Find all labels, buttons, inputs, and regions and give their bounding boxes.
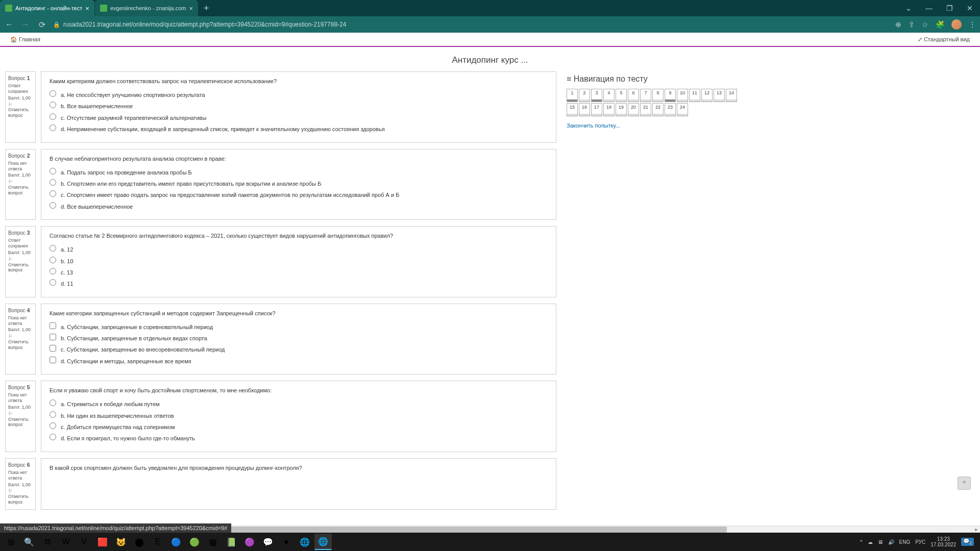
answer-option[interactable]: d. Если я проиграл, то нужно было где-то… (50, 434, 548, 442)
nav-cell-8[interactable]: 8 (652, 89, 664, 102)
answer-option[interactable]: d. 11 (50, 279, 548, 288)
tray-chevron-icon[interactable]: ^ (860, 539, 863, 545)
taskbar-app-9[interactable]: 🔵 (167, 534, 185, 550)
taskbar-app-5[interactable]: 🟥 (94, 534, 111, 550)
taskbar-app-7[interactable]: ⬤ (131, 534, 148, 550)
taskbar-app-11[interactable]: ▦ (204, 534, 222, 550)
answer-input[interactable] (50, 190, 56, 197)
browser-tab-1[interactable]: evgeniirechenko - znanija.com× (95, 0, 198, 16)
answer-option[interactable]: b. Ни один из вышеперечисленных ответов (50, 411, 548, 420)
answer-input[interactable] (50, 357, 56, 363)
flag-question-link[interactable]: Отметить вопрос (8, 179, 33, 195)
answer-option[interactable]: c. Отсутствие разумной терапевтической а… (50, 113, 548, 122)
finish-attempt-link[interactable]: Закончить попытку... (567, 122, 740, 129)
answer-input[interactable] (50, 268, 56, 274)
flag-question-link[interactable]: Отметить вопрос (8, 411, 33, 428)
answer-option[interactable]: d. Субстанции и методы, запрещенные все … (50, 357, 548, 365)
answer-option[interactable]: c. Спортсмен имеет право подать запрос н… (50, 190, 548, 199)
taskbar-app-1[interactable]: 🔍 (20, 534, 38, 550)
nav-cell-11[interactable]: 11 (689, 89, 700, 102)
scroll-right-arrow[interactable]: ► (973, 526, 980, 533)
answer-input[interactable] (50, 102, 56, 108)
nav-cell-20[interactable]: 20 (628, 103, 639, 116)
tray-volume-icon[interactable]: 🔊 (888, 539, 894, 545)
home-link[interactable]: Главная (10, 36, 40, 43)
tray-lang2[interactable]: РУС (915, 539, 925, 545)
answer-option[interactable]: a. Подать запрос на проведение анализа п… (50, 168, 548, 177)
taskbar-app-8[interactable]: E (149, 534, 166, 550)
scroll-to-top-button[interactable]: ^ (958, 477, 971, 490)
flag-question-link[interactable]: Отметить вопрос (8, 257, 33, 273)
nav-cell-12[interactable]: 12 (701, 89, 713, 102)
flag-question-link[interactable]: Отметить вопрос (8, 334, 33, 350)
answer-option[interactable]: d. Неприменение субстанции, входящей в з… (50, 124, 548, 133)
reload-button[interactable]: ⟳ (37, 20, 47, 30)
nav-cell-16[interactable]: 16 (579, 103, 590, 116)
taskbar-app-10[interactable]: 🟢 (186, 534, 203, 550)
chevron-down-icon[interactable]: ⌄ (898, 0, 919, 16)
nav-cell-7[interactable]: 7 (640, 89, 651, 102)
taskbar-app-16[interactable]: 🌐 (296, 534, 313, 550)
answer-input[interactable] (50, 322, 56, 329)
nav-cell-19[interactable]: 19 (616, 103, 627, 116)
tray-network-icon[interactable]: 🖥 (878, 539, 883, 545)
extensions-icon[interactable]: 🧩 (936, 20, 944, 29)
tray-lang1[interactable]: ENG (899, 539, 911, 545)
back-button[interactable]: ← (4, 20, 14, 29)
profile-avatar[interactable] (951, 19, 962, 30)
standard-view-link[interactable]: Стандартный вид (918, 36, 970, 43)
answer-option[interactable]: a. Стремиться к победе любым путем (50, 399, 548, 408)
answer-option[interactable]: b. Субстанции, запрещенные в отдельных в… (50, 334, 548, 342)
nav-cell-22[interactable]: 22 (652, 103, 664, 116)
share-icon[interactable]: ⇪ (909, 20, 915, 29)
answer-option[interactable]: b. 10 (50, 257, 548, 265)
answer-input[interactable] (50, 179, 56, 186)
nav-cell-9[interactable]: 9 (665, 89, 676, 102)
tray-clock[interactable]: 13:2317.03.2022 (930, 536, 956, 547)
nav-cell-3[interactable]: 3 (591, 89, 602, 102)
nav-cell-13[interactable]: 13 (714, 89, 725, 102)
nav-cell-2[interactable]: 2 (579, 89, 590, 102)
answer-option[interactable]: a. 12 (50, 245, 548, 254)
flag-question-link[interactable]: Отметить вопрос (8, 102, 33, 118)
answer-input[interactable] (50, 257, 56, 263)
taskbar-app-3[interactable]: W (57, 534, 75, 550)
taskbar-app-12[interactable]: 📗 (223, 534, 240, 550)
forward-button[interactable]: → (20, 20, 31, 29)
answer-input[interactable] (50, 113, 56, 120)
minimize-button[interactable]: — (919, 0, 939, 16)
answer-input[interactable] (50, 399, 56, 406)
browser-tab-0[interactable]: Антидопинг - онлайн-тест× (0, 0, 94, 16)
nav-cell-17[interactable]: 17 (591, 103, 602, 116)
url-field[interactable]: 🔒 rusada2021.triagonal.net/online/mod/qu… (53, 21, 889, 28)
taskbar-app-13[interactable]: 🟣 (241, 534, 258, 550)
answer-input[interactable] (50, 345, 56, 352)
close-button[interactable]: ✕ (960, 0, 980, 16)
tab-close-icon[interactable]: × (189, 5, 193, 12)
tray-cloud-icon[interactable]: ☁ (868, 539, 873, 545)
answer-input[interactable] (50, 411, 56, 418)
menu-icon[interactable]: ⋮ (969, 20, 976, 29)
answer-option[interactable]: a. Не способствует улучшению спортивного… (50, 90, 548, 99)
tray-notifications-icon[interactable]: 💬2 (961, 538, 974, 546)
maximize-button[interactable]: ❐ (939, 0, 960, 16)
search-in-page-icon[interactable]: ⊕ (895, 20, 901, 29)
bookmark-icon[interactable]: ☆ (922, 20, 928, 29)
answer-option[interactable]: a. Субстанции, запрещенные в соревновате… (50, 322, 548, 331)
nav-cell-24[interactable]: 24 (677, 103, 688, 116)
nav-cell-6[interactable]: 6 (628, 89, 639, 102)
answer-input[interactable] (50, 334, 56, 340)
taskbar-app-6[interactable]: 😺 (112, 534, 130, 550)
taskbar-app-0[interactable]: ⊞ (2, 534, 19, 550)
answer-option[interactable]: c. Добиться преимущества над соперником (50, 422, 548, 431)
answer-input[interactable] (50, 279, 56, 286)
taskbar-app-14[interactable]: 💬 (259, 534, 277, 550)
taskbar-app-2[interactable]: ⧉ (39, 534, 56, 550)
answer-option[interactable]: b. Все вышеперечисленное (50, 102, 548, 110)
nav-cell-21[interactable]: 21 (640, 103, 651, 116)
nav-cell-4[interactable]: 4 (603, 89, 615, 102)
answer-option[interactable]: d. Все вышеперечисленное (50, 202, 548, 211)
flag-question-link[interactable]: Отметить вопрос (8, 488, 33, 505)
taskbar-app-4[interactable]: V (76, 534, 93, 550)
answer-input[interactable] (50, 168, 56, 174)
